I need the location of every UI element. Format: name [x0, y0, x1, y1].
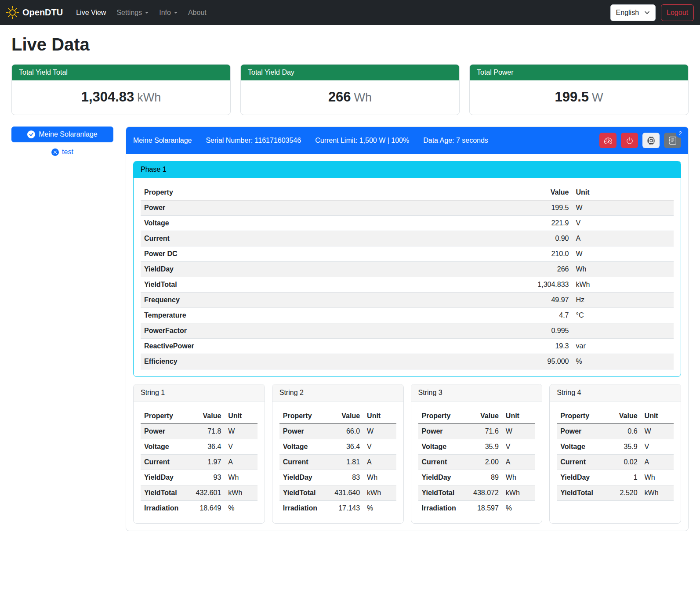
value-cell: 71.8: [187, 424, 225, 439]
column-property: Property: [279, 409, 326, 424]
value-cell: 431.640: [326, 485, 363, 501]
value-cell: 1,304.833: [439, 277, 572, 293]
value-cell: 89: [465, 470, 502, 485]
property-cell: Voltage: [141, 216, 439, 231]
property-cell: Power: [141, 424, 187, 439]
table-row: Current0.02A: [557, 455, 674, 470]
property-cell: Current: [418, 455, 465, 470]
property-cell: ReactivePower: [141, 339, 439, 354]
table-row: Power71.8W: [141, 424, 258, 439]
table-row: ReactivePower19.3var: [141, 339, 674, 354]
property-cell: Power: [141, 200, 439, 216]
limit-settings-button[interactable]: [599, 133, 617, 148]
sidebar-item-test[interactable]: test: [11, 148, 113, 156]
value-cell: 221.9: [439, 216, 572, 231]
nav-info[interactable]: Info: [156, 5, 181, 20]
brand[interactable]: OpenDTU: [6, 6, 63, 19]
inverter-card-header: Meine Solaranlage Serial Number: 1161716…: [126, 127, 688, 154]
column-unit: Unit: [225, 409, 257, 424]
column-value: Value: [187, 409, 225, 424]
table-row: Voltage36.4V: [279, 439, 396, 455]
phase-card-title: Phase 1: [134, 161, 681, 178]
card-total-yield-day: Total Yield Day 266Wh: [240, 64, 460, 115]
value-cell: 18.597: [465, 501, 502, 516]
property-cell: Current: [279, 455, 326, 470]
page-title: Live Data: [11, 35, 689, 54]
value-cell: 2.00: [465, 455, 502, 470]
property-cell: Frequency: [141, 293, 439, 308]
property-cell: YieldTotal: [557, 485, 603, 501]
column-unit: Unit: [363, 409, 396, 424]
inverter-info-button[interactable]: [642, 133, 660, 148]
value-cell: 83: [326, 470, 363, 485]
card-unit: kWh: [137, 91, 161, 104]
logout-button[interactable]: Logout: [661, 4, 694, 21]
string-table-body: Power71.6WVoltage35.9VCurrent2.00AYieldD…: [418, 424, 535, 516]
property-cell: YieldDay: [557, 470, 603, 485]
table-row: Power199.5W: [141, 200, 674, 216]
sidebar-item-meine-solaranlage[interactable]: Meine Solaranlage: [11, 127, 113, 142]
table-row: Temperature4.7°C: [141, 308, 674, 323]
nav-about[interactable]: About: [185, 5, 210, 20]
power-toggle-button[interactable]: [621, 133, 638, 148]
phase-table-body: Power199.5WVoltage221.9VCurrent0.90APowe…: [141, 200, 674, 369]
unit-cell: W: [502, 424, 535, 439]
property-cell: Power: [279, 424, 326, 439]
column-property: Property: [418, 409, 465, 424]
value-cell: 71.6: [465, 424, 502, 439]
property-cell: YieldTotal: [141, 485, 187, 501]
value-cell: 1: [604, 470, 641, 485]
string-table: Property Value Unit Power71.6WVoltage35.…: [418, 409, 535, 516]
table-row: Voltage221.9V: [141, 216, 674, 231]
string-card-1: String 1 Property Value Unit: [133, 384, 265, 524]
table-row: Voltage35.9V: [418, 439, 535, 455]
table-row: Current1.81A: [279, 455, 396, 470]
value-cell: 49.97: [439, 293, 572, 308]
nav-about-label: About: [188, 9, 207, 17]
property-cell: YieldDay: [418, 470, 465, 485]
property-cell: Current: [557, 455, 603, 470]
language-select[interactable]: English: [610, 4, 656, 21]
property-cell: YieldDay: [279, 470, 326, 485]
string-table: Property Value Unit Power71.8WVoltage36.…: [141, 409, 258, 516]
property-cell: Irradiation: [141, 501, 187, 516]
unit-cell: kWh: [225, 485, 257, 501]
table-row: Irradiation18.597%: [418, 501, 535, 516]
table-row: Irradiation17.143%: [279, 501, 396, 516]
unit-cell: %: [363, 501, 396, 516]
table-row: YieldDay1Wh: [557, 470, 674, 485]
string-card-2: String 2 Property Value Unit: [272, 384, 404, 524]
nav-settings-label: Settings: [116, 9, 142, 17]
column-value: Value: [439, 185, 572, 200]
table-row: YieldDay93Wh: [141, 470, 258, 485]
card-total-power: Total Power 199.5W: [469, 64, 689, 115]
caret-down-icon: [174, 12, 178, 14]
string-card-title: String 1: [134, 384, 265, 402]
card-title: Total Yield Total: [12, 65, 230, 80]
table-header-row: Property Value Unit: [557, 409, 674, 424]
property-cell: Irradiation: [418, 501, 465, 516]
nav-settings[interactable]: Settings: [113, 5, 152, 20]
sun-icon: [6, 6, 19, 19]
unit-cell: A: [225, 455, 257, 470]
column-value: Value: [465, 409, 502, 424]
phase-table: Property Value Unit Power199.5WVoltage22…: [141, 185, 674, 369]
property-cell: Power DC: [141, 246, 439, 262]
speedometer-icon: [604, 137, 612, 145]
cpu-icon: [647, 137, 655, 145]
card-title: Total Power: [470, 65, 688, 80]
card-value: 199.5: [555, 89, 589, 105]
string-card-title: String 4: [550, 384, 681, 402]
strings-row: String 1 Property Value Unit: [133, 384, 681, 524]
column-property: Property: [557, 409, 603, 424]
property-cell: Voltage: [141, 439, 187, 455]
unit-cell: W: [641, 424, 674, 439]
value-cell: 66.0: [326, 424, 363, 439]
string-table-body: Power71.8WVoltage36.4VCurrent1.97AYieldD…: [141, 424, 258, 516]
value-cell: 19.3: [439, 339, 572, 354]
unit-cell: V: [573, 216, 674, 231]
eventlog-button[interactable]: 2: [664, 133, 681, 148]
nav-live-view[interactable]: Live View: [73, 5, 109, 20]
inverter-sidebar: Meine Solaranlage test: [11, 127, 113, 156]
value-cell: 1.81: [326, 455, 363, 470]
